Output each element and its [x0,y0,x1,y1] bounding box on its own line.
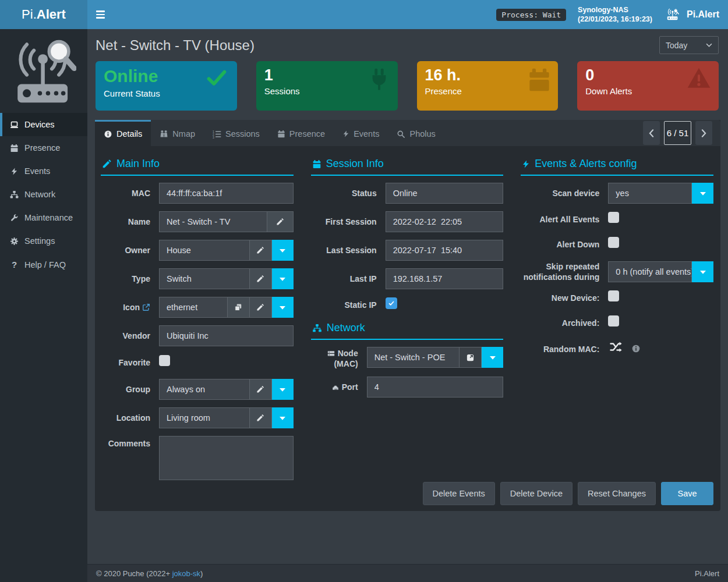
sidebar-item-events[interactable]: Events [0,159,87,183]
panel-actions: Delete Events Delete Device Reset Change… [423,482,714,505]
field-last-ip: Last IP [311,268,504,289]
session-info-section: Session Info Status First Session Last S… [311,158,504,488]
location-input[interactable] [159,407,250,428]
edit-group-button[interactable] [250,379,272,400]
sidebar-item-settings[interactable]: Settings [0,229,87,253]
device-detail-panel: Details Nmap 123 Sessions Presence [95,120,720,511]
hamburger-menu-icon[interactable] [96,6,114,23]
server-icon [327,350,335,357]
icon-dropdown-button[interactable] [272,297,294,318]
external-link-icon[interactable] [142,303,150,311]
alert-down-checkbox[interactable] [608,237,619,248]
field-favorite: Favorite [101,354,294,371]
footer-author-link[interactable]: jokob-sk [172,569,200,578]
scan-device-dropdown-button[interactable] [692,183,713,204]
prev-device-button[interactable] [643,121,660,145]
caret-down-icon [700,270,706,274]
calendar-icon [312,159,321,169]
mac-input[interactable] [159,183,294,204]
node-input[interactable] [367,347,460,368]
tab-details[interactable]: Details [95,120,151,146]
favorite-checkbox[interactable] [159,355,170,366]
static-ip-checkbox[interactable] [386,297,397,309]
card-sessions[interactable]: 1 Sessions [256,61,398,111]
pencil-icon [276,218,284,226]
edit-type-button[interactable] [250,268,272,289]
scan-device-select[interactable]: yes [608,183,692,204]
sidebar-item-presence[interactable]: Presence [0,136,87,159]
status-input[interactable] [386,183,504,204]
sidebar-item-help[interactable]: ? Help / FAQ [0,253,87,276]
info-circle-icon [104,130,112,139]
app-logo[interactable]: Pi.Alert [0,0,87,29]
delete-device-button[interactable]: Delete Device [500,482,572,505]
save-button[interactable]: Save [661,482,713,505]
type-input[interactable] [159,268,250,289]
copy-icon-button[interactable] [228,297,250,318]
owner-dropdown-button[interactable] [272,240,294,261]
edit-icon-button[interactable] [250,297,272,318]
name-input[interactable] [159,211,267,232]
tab-events[interactable]: Events [334,120,388,146]
skip-notifications-select[interactable]: 0 h (notify all events) [608,261,692,282]
summary-cards: Online Current Status 1 Sessions 16 h. P… [87,60,728,111]
field-group: Group [101,379,294,400]
tab-presence[interactable]: Presence [268,120,334,146]
group-dropdown-button[interactable] [272,379,294,400]
tab-pholus[interactable]: Pholus [388,120,444,146]
next-device-button[interactable] [695,121,712,145]
bolt-icon [342,130,349,138]
ethernet-icon [331,384,340,391]
location-dropdown-button[interactable] [272,407,294,428]
icon-input[interactable] [159,297,228,318]
card-presence[interactable]: 16 h. Presence [417,61,559,111]
caret-down-icon [280,416,285,420]
owner-input[interactable] [159,240,250,261]
sidebar-item-maintenance[interactable]: Maintenance [0,206,87,229]
page-title: Net - Switch - TV (House) [96,37,255,54]
first-session-input[interactable] [386,211,504,232]
sidebar: Devices Presence Events Network Maintena… [0,29,87,582]
skip-notifications-dropdown-button[interactable] [692,261,713,282]
footer-copyright: © 2020 Puche (2022+ jokob-sk) [96,569,203,578]
last-session-input[interactable] [386,240,504,261]
period-selector[interactable]: Today [659,36,719,54]
card-label: Current Status [104,88,229,98]
wrench-icon [9,214,19,222]
network-header: Network [311,322,504,340]
type-dropdown-button[interactable] [272,268,294,289]
group-input[interactable] [159,379,250,400]
new-device-checkbox[interactable] [608,290,619,301]
comments-textarea[interactable] [159,436,294,480]
last-ip-input[interactable] [386,268,504,289]
caret-down-icon [280,388,285,392]
reset-changes-button[interactable]: Reset Changes [578,482,656,505]
vendor-input[interactable] [159,325,294,346]
alert-all-events-checkbox[interactable] [608,212,619,223]
port-input[interactable] [367,377,504,398]
delete-events-button[interactable]: Delete Events [423,482,495,505]
sidebar-item-label: Help / FAQ [24,260,66,269]
caret-down-icon [700,191,706,196]
pencil-icon [256,303,264,311]
tab-nmap[interactable]: Nmap [151,120,204,146]
info-circle-icon[interactable] [631,344,641,353]
field-skip-notifications: Skip repeated notifications during 0 h (… [521,261,713,282]
node-dropdown-button[interactable] [482,347,503,368]
card-current-status[interactable]: Online Current Status [96,61,237,111]
pencil-icon [256,414,264,422]
archived-checkbox[interactable] [608,315,619,327]
binoculars-icon [160,130,168,139]
copy-icon [234,303,242,311]
edit-location-button[interactable] [250,407,272,428]
card-down-alerts[interactable]: 0 Down Alerts [577,61,719,111]
tab-sessions[interactable]: 123 Sessions [204,120,268,146]
edit-name-button[interactable] [267,211,294,232]
field-alert-down: Alert Down [521,236,713,254]
sidebar-item-network[interactable]: Network [0,183,87,206]
open-node-button[interactable] [460,347,482,368]
edit-owner-button[interactable] [250,240,272,261]
sidebar-item-devices[interactable]: Devices [0,113,87,136]
pencil-icon [102,159,112,169]
topbar-brand-link[interactable]: Pi.Alert [664,8,719,22]
